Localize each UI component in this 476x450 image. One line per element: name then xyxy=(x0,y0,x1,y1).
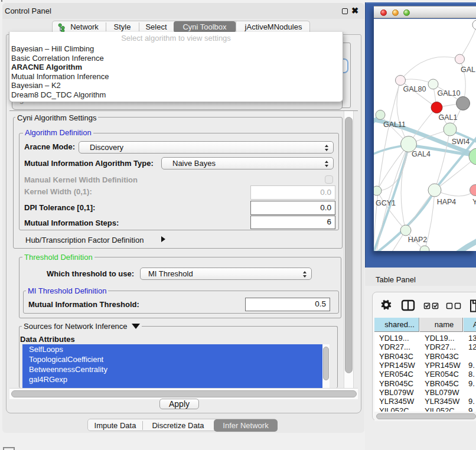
svg-text:GAL1: GAL1 xyxy=(439,113,458,122)
svg-text:HAP2: HAP2 xyxy=(408,236,428,244)
svg-text:GAL: GAL xyxy=(461,66,475,74)
svg-text:SWI4: SWI4 xyxy=(452,138,470,146)
svg-text:GAL4: GAL4 xyxy=(412,150,431,158)
svg-text:HAP4: HAP4 xyxy=(437,198,457,206)
svg-text:GAL10: GAL10 xyxy=(438,89,461,97)
svg-text:Y: Y xyxy=(472,198,476,206)
svg-text:GCY1: GCY1 xyxy=(376,199,396,207)
svg-text:GAL80: GAL80 xyxy=(403,85,426,93)
svg-text:GAL11: GAL11 xyxy=(383,120,406,129)
